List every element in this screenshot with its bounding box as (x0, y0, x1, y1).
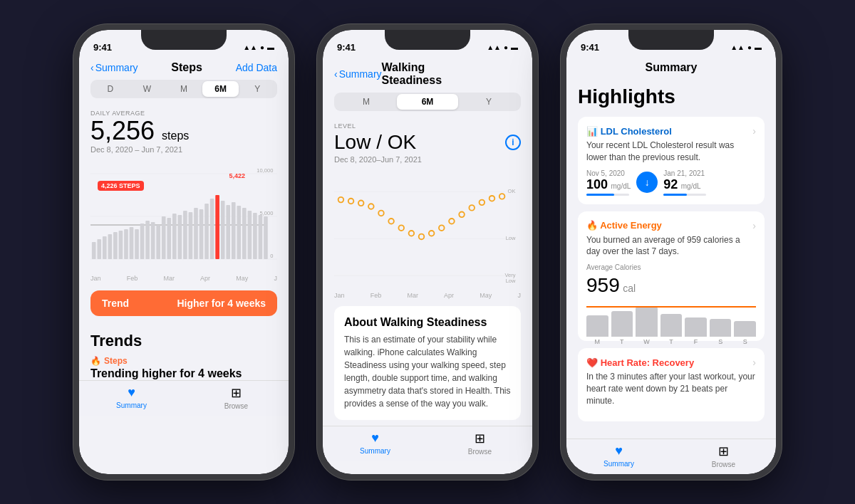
tab-browse-2[interactable]: ⊞ Browse (428, 431, 532, 456)
back-button-2[interactable]: ‹ Summary (334, 68, 382, 80)
svg-point-54 (409, 231, 415, 236)
energy-header: 🔥 Active Energy › (586, 220, 756, 231)
nav-bar-1: ‹ Summary Steps Add Data (79, 58, 289, 80)
fire-icon: 🔥 (586, 220, 600, 231)
trends-title: Trends (90, 332, 277, 350)
page-title-3: Summary (646, 61, 698, 74)
trend-label: Trend (102, 298, 129, 309)
svg-rect-35 (242, 208, 247, 259)
svg-point-52 (388, 219, 394, 224)
ldl-date-2: Jan 21, 2021 (663, 169, 706, 177)
tab-summary-3[interactable]: ♥ Summary (566, 443, 671, 468)
seg-d[interactable]: D (92, 81, 129, 97)
svg-rect-27 (200, 209, 204, 259)
energy-chevron: › (752, 220, 756, 231)
browse-icon-1: ⊞ (231, 385, 242, 401)
svg-rect-25 (189, 212, 193, 259)
battery-icon: ▬ (267, 43, 274, 51)
seg-m-2[interactable]: M (336, 94, 397, 110)
wifi-icon-2: ● (504, 43, 508, 51)
heart-icon-2: ♥ (371, 431, 379, 446)
ldl-value-2: 92 (663, 177, 678, 191)
hr-card[interactable]: ❤️ Heart Rate: Recovery › In the 3 minut… (578, 348, 765, 421)
chart-annotation: 4,226 STEPS (98, 181, 144, 191)
tab-summary-1[interactable]: ♥ Summary (79, 385, 184, 410)
svg-rect-39 (264, 216, 268, 259)
tab-browse-3[interactable]: ⊞ Browse (671, 443, 776, 468)
tab-summary-2[interactable]: ♥ Summary (323, 431, 428, 456)
tab-bar-1: ♥ Summary ⊞ Browse (79, 380, 289, 416)
trend-pill[interactable]: Trend Higher for 4 weeks (90, 290, 277, 316)
tab-bar-3: ♥ Summary ⊞ Browse (566, 439, 776, 474)
status-time-1: 9:41 (93, 42, 112, 53)
svg-rect-34 (237, 206, 241, 259)
page-title-2: Walking Steadiness (382, 61, 482, 87)
ldl-header: 📊 LDL Cholesterol › (586, 125, 756, 137)
cal-chart: M T W T F (586, 303, 756, 345)
ldl-col-1: Nov 5, 2020 100 mg/dL (586, 169, 631, 196)
signal-icon-2: ▲▲ (487, 43, 501, 51)
status-time-2: 9:41 (337, 42, 356, 53)
energy-card[interactable]: 🔥 Active Energy › You burned an average … (578, 211, 765, 342)
svg-text:Low: Low (506, 235, 516, 241)
cal-bar-f: F (685, 301, 707, 345)
phone-summary: 9:41 ▲▲ ● ▬ Summary Highlights 📊 LDL Cho… (561, 24, 782, 480)
tab-summary-label-1: Summary (116, 401, 147, 409)
svg-point-58 (449, 219, 455, 224)
svg-point-63 (499, 194, 505, 199)
ldl-unit-2: mg/dL (681, 182, 701, 190)
svg-point-56 (429, 231, 435, 236)
phone-walking: 9:41 ▲▲ ● ▬ ‹ Summary Walking Steadiness… (317, 24, 538, 480)
level-row: Low / OK i (334, 131, 521, 154)
ldl-unit-1: mg/dL (611, 182, 631, 190)
level-value: Low / OK (334, 131, 416, 154)
ws-chart: OK Low Very Low (334, 169, 521, 290)
svg-text:OK: OK (508, 188, 516, 194)
svg-rect-10 (108, 234, 113, 259)
add-data-button[interactable]: Add Data (236, 62, 277, 73)
svg-rect-12 (119, 231, 123, 259)
seg-y[interactable]: Y (239, 81, 276, 97)
cal-bar-t1: T (611, 301, 633, 345)
svg-point-61 (480, 200, 485, 206)
tab-browse-label-2: Browse (468, 448, 492, 456)
notch-2 (385, 30, 470, 50)
steps-value: 5,256 steps (90, 118, 277, 144)
about-title: About Walking Steadiness (344, 316, 511, 329)
tab-browse-1[interactable]: ⊞ Browse (184, 385, 289, 410)
level-label: LEVEL (334, 122, 521, 130)
ldl-arrow-icon: ↓ (636, 172, 658, 193)
signal-icon: ▲▲ (243, 43, 257, 51)
back-button-1[interactable]: ‹ Summary (90, 62, 138, 73)
chart-x-labels: Jan Feb Mar Apr May J (90, 273, 277, 283)
wifi-icon-3: ● (747, 43, 752, 51)
status-time-3: 9:41 (581, 42, 599, 53)
seg-m[interactable]: M (165, 81, 202, 97)
tab-summary-label-3: Summary (603, 460, 634, 468)
svg-text:10,000: 10,000 (256, 167, 274, 174)
svg-rect-32 (226, 205, 230, 259)
seg-w[interactable]: W (129, 81, 166, 97)
about-text: This is an estimate of your stability wh… (344, 333, 511, 410)
cal-bar-s2: S (734, 301, 756, 345)
svg-rect-16 (140, 224, 145, 259)
svg-text:0: 0 (270, 253, 274, 259)
ldl-bar-2 (663, 194, 706, 196)
trends-section: Trends 🔥 Steps Trending higher for 4 wee… (79, 323, 289, 380)
info-button[interactable]: i (505, 135, 521, 150)
svg-rect-17 (145, 221, 150, 259)
cal-bar-t2: T (660, 301, 683, 345)
svg-rect-22 (172, 214, 177, 259)
status-icons-3: ▲▲ ● ▬ (730, 43, 762, 51)
hr-text: In the 3 minutes after your last workout… (586, 371, 756, 406)
seg-6m-2[interactable]: 6M (397, 94, 458, 110)
chart-peak: 5,422 (229, 172, 245, 179)
ldl-comparison: Nov 5, 2020 100 mg/dL ↓ Jan 21, 2021 92 … (586, 169, 756, 196)
cal-bar-s1: S (710, 301, 732, 345)
ldl-card[interactable]: 📊 LDL Cholesterol › Your recent LDL Chol… (578, 117, 765, 204)
trend-item-steps: 🔥 Steps Trending higher for 4 weeks (90, 356, 277, 380)
svg-rect-30 (215, 195, 219, 259)
seg-y-2[interactable]: Y (458, 94, 519, 110)
seg-6m[interactable]: 6M (202, 81, 239, 97)
browse-icon-3: ⊞ (718, 443, 729, 459)
